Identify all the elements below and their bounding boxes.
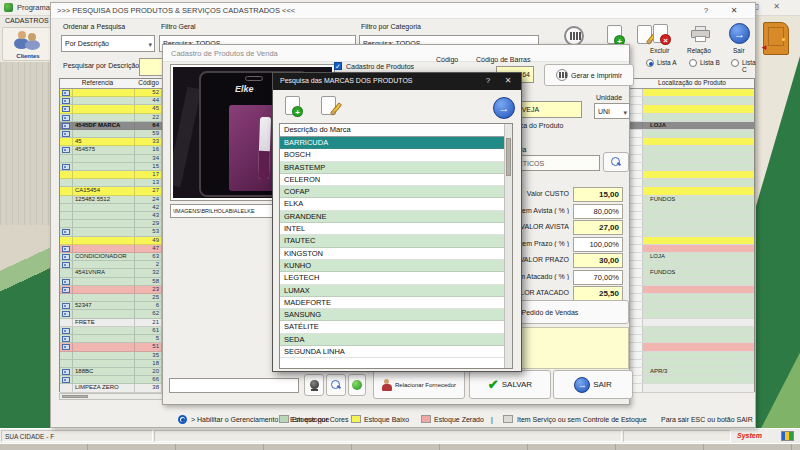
webcam-button[interactable] [304, 374, 324, 396]
brand-list-item[interactable]: INTEL [280, 223, 506, 235]
price-field[interactable]: 25,50 [573, 286, 623, 301]
table-row[interactable]: 15 [60, 163, 162, 171]
location-row[interactable]: APR/3 [630, 368, 754, 376]
report-printer-icon[interactable] [691, 26, 710, 43]
table-row[interactable]: 4533 [60, 138, 162, 146]
table-row[interactable]: CA1545427 [60, 187, 162, 195]
new-brand-icon[interactable]: + [285, 96, 300, 115]
location-row[interactable] [630, 278, 754, 286]
barcode-icon[interactable] [564, 26, 584, 46]
brand-list-item[interactable]: BOSCH [280, 149, 506, 161]
table-row[interactable]: 22 [60, 114, 162, 122]
help-icon[interactable]: ? [481, 76, 495, 85]
brand-list-item[interactable]: CELERON [280, 174, 506, 186]
brand-list-item[interactable]: SANSUNG [280, 309, 506, 321]
location-row[interactable] [630, 212, 754, 220]
brand-list-item[interactable]: SEDA [280, 334, 506, 346]
table-row[interactable]: 188BC20 [60, 368, 162, 376]
location-row[interactable] [630, 163, 754, 171]
table-row[interactable]: 34 [60, 155, 162, 163]
location-row[interactable] [630, 155, 754, 163]
table-row[interactable]: 18 [60, 360, 162, 368]
products-table[interactable]: Referencia Código 524445224545DF MARCA64… [59, 78, 163, 392]
taskbar[interactable] [0, 443, 800, 450]
table-row[interactable]: 53 [60, 228, 162, 236]
location-row[interactable]: FUNDOS [630, 196, 754, 204]
table-row[interactable]: 45457516 [60, 146, 162, 154]
brand-list-item[interactable]: SATÉLITE [280, 321, 506, 333]
zoom-button[interactable] [326, 374, 346, 396]
table-row[interactable]: 523476 [60, 302, 162, 310]
delete-record-icon[interactable]: × [653, 24, 668, 43]
location-row[interactable] [630, 352, 754, 360]
new-record-icon[interactable]: + [607, 25, 622, 44]
brands-list[interactable]: Descrição do Marca BARRICUDABOSCHBRASTEM… [279, 123, 513, 369]
close-icon[interactable]: ✕ [773, 2, 794, 11]
table-row[interactable]: 45 [60, 105, 162, 113]
location-row[interactable] [630, 335, 754, 343]
table-row[interactable]: FRETE21 [60, 319, 162, 327]
brand-list-item[interactable]: LUMAX [280, 285, 506, 297]
edit-brand-icon[interactable] [321, 96, 336, 115]
location-row[interactable] [630, 105, 754, 113]
location-row[interactable] [630, 171, 754, 179]
brand-list-item[interactable]: SEGUNDA LINHA [280, 346, 506, 358]
price-field[interactable]: 80,00% [573, 204, 623, 219]
categoria-search-button[interactable] [603, 152, 629, 172]
bottom-input[interactable] [169, 378, 299, 393]
table-row[interactable]: 125482 551224 [60, 196, 162, 204]
table-row[interactable]: 51 [60, 343, 162, 351]
brand-list-item[interactable]: ELKA [280, 198, 506, 210]
table-row[interactable]: 61 [60, 327, 162, 335]
brand-list-item[interactable]: BARRICUDA [280, 137, 506, 149]
table-row[interactable]: LIMPEZA ZERO38 [60, 384, 162, 392]
relacionar-fornecedor-button[interactable]: Relacionar Fornecedor [373, 370, 465, 399]
close-icon[interactable]: ✕ [501, 76, 515, 85]
location-row[interactable] [630, 130, 754, 138]
location-row[interactable] [630, 146, 754, 154]
location-row[interactable]: FUNDOS [630, 269, 754, 277]
table-row[interactable]: 13 [60, 179, 162, 187]
table-row[interactable]: 35 [60, 352, 162, 360]
salvar-button[interactable]: ✔SALVAR [469, 370, 551, 399]
unidade-select[interactable]: UNI▾ [594, 103, 630, 119]
location-row[interactable] [630, 286, 754, 294]
location-row[interactable] [630, 204, 754, 212]
location-row[interactable] [630, 245, 754, 253]
price-field[interactable]: 27,00 [573, 220, 623, 235]
radio-lista-b[interactable] [689, 59, 697, 67]
location-row[interactable] [630, 327, 754, 335]
close-icon[interactable]: ✕ [725, 5, 743, 17]
location-row[interactable]: LOJA [630, 122, 754, 130]
location-row[interactable] [630, 89, 754, 97]
dialog-exit-arrow-icon[interactable]: → [493, 97, 515, 119]
table-hscrollbar[interactable] [59, 393, 163, 400]
price-field[interactable]: 30,00 [573, 253, 623, 268]
table-row[interactable]: 29 [60, 220, 162, 228]
table-row[interactable]: 23 [60, 286, 162, 294]
ok-ball-button[interactable] [348, 374, 366, 396]
brand-list-item[interactable]: BRASTEMP [280, 162, 506, 174]
location-row[interactable] [630, 228, 754, 236]
table-row[interactable]: 42 [60, 204, 162, 212]
product-checkbox[interactable]: ✓ [334, 62, 342, 70]
table-row[interactable]: 59 [60, 130, 162, 138]
price-field[interactable]: 100,00% [573, 237, 623, 252]
generate-barcode-button[interactable]: Gerar e Imprimir [544, 64, 634, 86]
location-row[interactable] [630, 302, 754, 310]
location-row[interactable]: LOJA [630, 253, 754, 261]
brand-list-item[interactable]: MADEFORTE [280, 297, 506, 309]
location-row[interactable] [630, 261, 754, 269]
menu-cadastros[interactable]: CADASTROS [5, 17, 49, 24]
brand-list-item[interactable]: KUNHO [280, 260, 506, 272]
exit-arrow-icon[interactable]: → [729, 23, 750, 44]
table-row[interactable]: 44 [60, 97, 162, 105]
table-row[interactable]: 49 [60, 237, 162, 245]
location-row[interactable] [630, 360, 754, 368]
location-row[interactable] [630, 97, 754, 105]
sair-button[interactable]: →SAIR [553, 370, 633, 399]
location-row[interactable] [630, 384, 754, 392]
location-row[interactable] [630, 237, 754, 245]
order-select[interactable]: Por Descrição▾ [61, 35, 155, 52]
table-row[interactable]: 17 [60, 171, 162, 179]
